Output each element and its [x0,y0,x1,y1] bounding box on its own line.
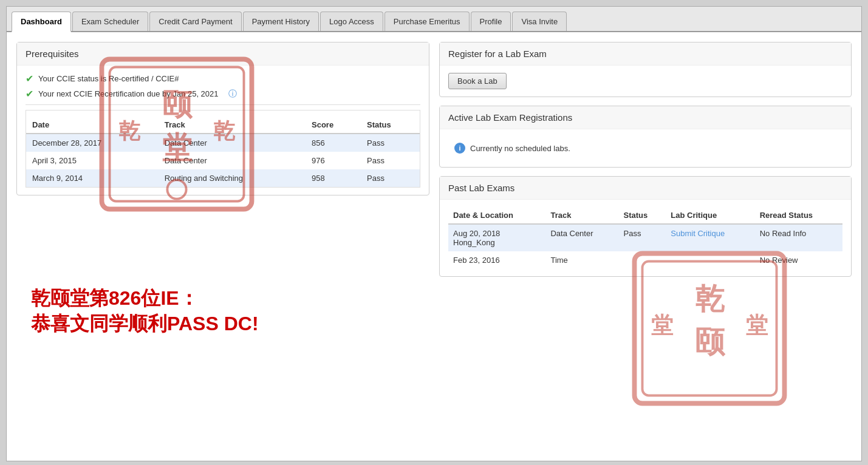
col-status: Status [361,117,420,134]
cell-score: 856 [306,134,361,152]
past-cell-date-loc: Feb 23, 2016 [448,251,545,269]
tab-payment-history[interactable]: Payment History [243,12,319,31]
past-col-track: Track [545,207,618,224]
prereq-item-2: ✔ Your next CCIE Recertification due by … [26,88,420,100]
svg-text:堂: 堂 [651,313,674,338]
past-col-status: Status [619,207,666,224]
table-header-row: Date Track Score Status [26,117,420,134]
right-panel: Register for a Lab Exam Book a Lab Activ… [439,42,852,285]
tab-dashboard[interactable]: Dashboard [12,12,71,32]
tab-bar: Dashboard Exam Scheduler Credit Card Pay… [7,7,861,32]
col-score: Score [306,117,361,134]
cell-date: March 9, 2014 [26,169,159,187]
watermark-line2: 恭喜文同学顺利PASS DC! [31,311,259,337]
svg-text:颐: 颐 [695,325,726,359]
prerequisites-table: Date Track Score Status December 28, 201… [26,117,420,187]
prerequisites-body: ✔ Your CCIE status is Re-certified / CCI… [17,66,429,195]
col-date: Date [26,117,159,134]
svg-text:堂: 堂 [746,313,768,338]
prerequisites-title: Prerequisites [17,42,429,66]
prereq-text-2: Your next CCIE Recertification due by Ja… [38,89,219,98]
cell-date: December 28, 2017 [26,134,159,152]
cell-track: Routing and Switching [159,169,306,187]
past-cell-critique[interactable]: Submit Critique [666,224,754,251]
tab-credit-card-payment[interactable]: Credit Card Payment [149,12,241,31]
past-cell-critique [666,251,754,269]
register-lab-title: Register for a Lab Exam [440,42,851,66]
cell-score: 976 [306,152,361,169]
col-track: Track [159,117,306,134]
past-lab-table: Date & Location Track Status Lab Critiqu… [448,207,842,269]
checkmark-icon-2: ✔ [26,88,33,100]
active-lab-title: Active Lab Exam Registrations [440,106,851,129]
cell-track: Data Center [159,152,306,169]
table-row: Aug 20, 2018 Hong_Kong Data Center Pass … [448,224,842,251]
past-cell-track: Time [545,251,618,269]
table-row: December 28, 2017 Data Center 856 Pass [26,134,420,152]
past-cell-reread: No Review [755,251,842,269]
info-icon[interactable]: ⓘ [228,89,237,100]
checkmark-icon-1: ✔ [26,73,33,84]
prerequisites-table-wrapper[interactable]: Date Track Score Status December 28, 201… [26,110,420,188]
cell-track: Data Center [159,134,306,152]
tab-profile[interactable]: Profile [471,12,511,31]
cell-status: Pass [361,169,420,187]
active-lab-body: i Currently no scheduled labs. [440,129,851,167]
past-cell-status: Pass [619,224,666,251]
tab-logo-access[interactable]: Logo Access [320,12,383,31]
prereq-divider [26,104,420,105]
table-row: March 9, 2014 Routing and Switching 958 … [26,169,420,187]
past-lab-body: Date & Location Track Status Lab Critiqu… [440,200,851,276]
past-cell-track: Data Center [545,224,618,251]
past-lab-title: Past Lab Exams [440,177,851,200]
cell-status: Pass [361,152,420,169]
cell-status: Pass [361,134,420,152]
past-table-header: Date & Location Track Status Lab Critiqu… [448,207,842,224]
past-col-reread-status: Reread Status [755,207,842,224]
main-content: Prerequisites ✔ Your CCIE status is Re-c… [7,32,861,295]
register-lab-section: Register for a Lab Exam Book a Lab [439,42,852,97]
tab-exam-scheduler[interactable]: Exam Scheduler [72,12,148,31]
table-row: April 3, 2015 Data Center 976 Pass [26,152,420,169]
table-row: Feb 23, 2016 Time No Review [448,251,842,269]
past-cell-reread: No Read Info [755,224,842,251]
book-lab-button[interactable]: Book a Lab [448,73,507,89]
active-lab-section: Active Lab Exam Registrations i Currentl… [439,106,852,168]
left-panel: Prerequisites ✔ Your CCIE status is Re-c… [16,42,429,285]
past-col-lab-critique: Lab Critique [666,207,754,224]
tab-visa-invite[interactable]: Visa Invite [512,12,567,31]
info-circle-icon: i [454,143,465,154]
cell-date: April 3, 2015 [26,152,159,169]
past-cell-status [619,251,666,269]
no-labs-text: Currently no scheduled labs. [470,144,570,153]
no-scheduled-labs-notice: i Currently no scheduled labs. [448,137,842,160]
submit-critique-link[interactable]: Submit Critique [671,229,725,238]
tab-purchase-emeritus[interactable]: Purchase Emeritus [384,12,470,31]
past-lab-section: Past Lab Exams Date & Location Track Sta… [439,176,852,277]
past-col-date-location: Date & Location [448,207,545,224]
prerequisites-section: Prerequisites ✔ Your CCIE status is Re-c… [16,42,429,195]
past-cell-date-loc: Aug 20, 2018 Hong_Kong [448,224,545,251]
register-lab-body: Book a Lab [440,66,851,97]
cell-score: 958 [306,169,361,187]
prereq-text-1: Your CCIE status is Re-certified / CCIE# [38,74,179,83]
prereq-item-1: ✔ Your CCIE status is Re-certified / CCI… [26,73,420,84]
